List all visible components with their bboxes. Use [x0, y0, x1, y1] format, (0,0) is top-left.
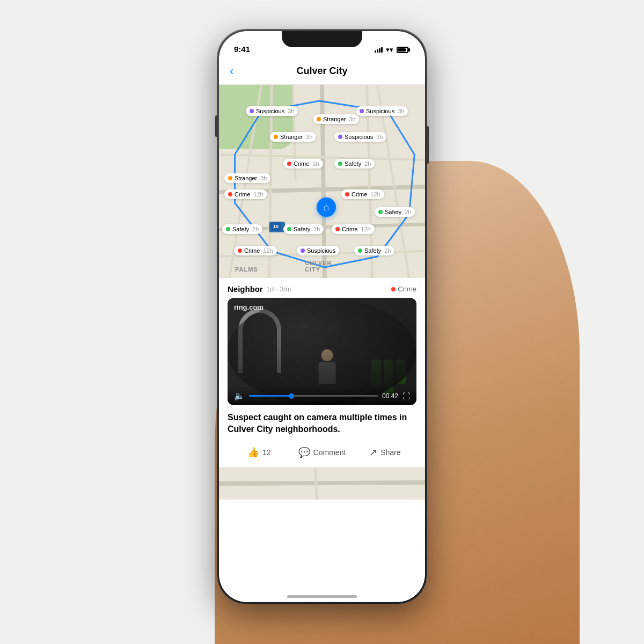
- bar3: [379, 48, 380, 53]
- fullscreen-icon[interactable]: ⛶: [402, 392, 410, 400]
- map-label-stranger3: Stranger 3h: [224, 173, 270, 183]
- category-dot: [391, 287, 396, 291]
- map-label-safety4: Safety 2h: [283, 224, 324, 234]
- feed-actions: 👍 12 💬 Comment ↗ Share: [219, 442, 425, 467]
- home-icon: ⌂: [324, 202, 330, 213]
- share-label: Share: [380, 448, 400, 457]
- bar1: [375, 50, 376, 53]
- map-section[interactable]: Stranger 3h Suspicious 3h Suspicious 3h: [219, 85, 425, 278]
- video-time: 00.42: [382, 392, 398, 400]
- feed-header: Neighbor 1d · 3mi Crime: [219, 278, 425, 298]
- feed-meta: 1d · 3mi: [266, 285, 291, 293]
- video-progress-bar[interactable]: [249, 395, 378, 397]
- back-button[interactable]: ‹: [230, 64, 233, 78]
- feed-category: Crime: [391, 285, 416, 293]
- map-label-safety2: Safety 2h: [375, 207, 415, 217]
- map-label-stranger1: Stranger 3h: [313, 114, 359, 124]
- map-label-safety1: Safety 2h: [334, 159, 375, 169]
- map-label-safety5: Safety 2h: [354, 246, 394, 255]
- feed-caption: Suspect caught on camera multiple times …: [219, 405, 425, 442]
- map-label-palms: PALMS: [235, 266, 258, 273]
- feed-item: Neighbor 1d · 3mi Crime: [219, 278, 425, 467]
- nav-title: Culver City: [296, 65, 347, 77]
- like-count: 12: [262, 448, 271, 457]
- notch: [282, 31, 362, 47]
- status-time: 9:41: [234, 45, 250, 54]
- volume-icon[interactable]: 🔈: [234, 391, 245, 401]
- map-label-suspicious4: Suspicious: [297, 246, 339, 255]
- ring-watermark: ring.com: [234, 303, 264, 311]
- map-label-crime1: Crime 1h: [283, 159, 323, 169]
- status-icons: ▾▾: [375, 46, 410, 54]
- feed-source: Neighbor 1d · 3mi: [228, 284, 291, 294]
- map-label-suspicious3: Suspicious 3h: [334, 132, 386, 142]
- like-button[interactable]: 👍 12: [228, 447, 290, 458]
- phone-inner: 9:41 ▾▾: [219, 31, 425, 602]
- video-container[interactable]: ring.com 🔈 00.42 ⛶: [228, 298, 416, 405]
- svg-line-14: [316, 467, 317, 500]
- wifi-icon: ▾▾: [386, 46, 393, 54]
- comment-icon: 💬: [298, 447, 310, 458]
- like-icon: 👍: [247, 447, 259, 458]
- category-label: Crime: [398, 285, 416, 293]
- home-indicator: [287, 595, 357, 598]
- share-icon: ↗: [369, 447, 377, 458]
- bar4: [381, 47, 383, 53]
- status-bar: 9:41 ▾▾: [219, 31, 425, 58]
- svg-line-13: [219, 482, 425, 484]
- video-controls: 🔈 00.42 ⛶: [228, 386, 416, 405]
- map-bottom-svg: [219, 467, 425, 500]
- map-label-stranger2: Stranger 3h: [270, 132, 316, 142]
- map-label-crime4: Crime 12h: [332, 224, 375, 234]
- map-label-crime3: Crime 12h: [341, 189, 384, 199]
- phone-wrapper: 9:41 ▾▾: [217, 30, 427, 604]
- map-label-crime5: Crime 12h: [234, 246, 277, 255]
- screen: 9:41 ▾▾: [219, 31, 425, 602]
- signal-bars-icon: [375, 47, 383, 53]
- map-label-suspicious1: Suspicious 3h: [246, 106, 298, 116]
- map-label-suspicious2: Suspicious 3h: [356, 106, 408, 116]
- home-marker: ⌂: [317, 197, 336, 217]
- comment-button[interactable]: 💬 Comment: [290, 447, 353, 458]
- scene: 9:41 ▾▾: [0, 0, 644, 644]
- map-label-crime2: Crime 12h: [224, 189, 267, 199]
- highway-badge: 10: [270, 222, 281, 231]
- feed-name: Neighbor: [228, 284, 263, 294]
- battery-icon: [397, 47, 410, 53]
- bar2: [377, 49, 378, 53]
- comment-label: Comment: [313, 448, 346, 457]
- feed-section: Neighbor 1d · 3mi Crime: [219, 278, 425, 602]
- map-label-safety3: Safety 2h: [222, 224, 262, 234]
- map-label-culver: CULVERCITY: [305, 260, 332, 273]
- map-bottom: [219, 467, 425, 500]
- nav-bar: ‹ Culver City: [219, 58, 425, 85]
- video-progress-fill: [249, 395, 294, 397]
- video-progress-dot: [289, 393, 294, 399]
- share-button[interactable]: ↗ Share: [354, 447, 416, 458]
- phone-outer: 9:41 ▾▾: [217, 30, 427, 604]
